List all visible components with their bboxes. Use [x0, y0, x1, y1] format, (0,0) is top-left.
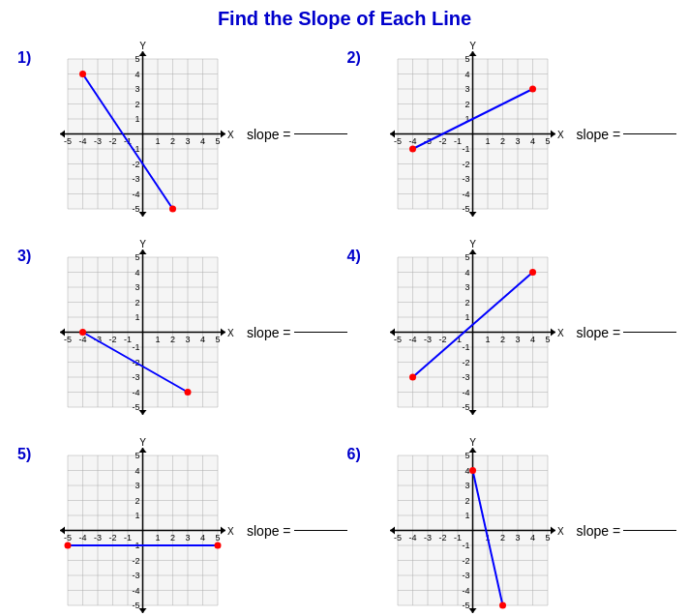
problems-grid: 1)slope =2)slope =3)slope =4)slope =5)sl… — [8, 40, 681, 616]
problem-2: 2)slope = — [347, 40, 677, 228]
page-title: Find the Slope of Each Line — [8, 8, 681, 30]
graph-4 — [378, 238, 567, 426]
problem-3: 3)slope = — [17, 238, 347, 426]
slope-label-4: slope = — [577, 325, 677, 340]
canvas-1 — [48, 40, 237, 228]
problem-5: 5)slope = — [17, 436, 347, 616]
problem-1: 1)slope = — [17, 40, 347, 228]
slope-label-1: slope = — [247, 127, 347, 142]
canvas-5 — [48, 436, 237, 616]
problem-number-3: 3) — [17, 238, 39, 265]
canvas-2 — [378, 40, 567, 228]
graph-6 — [378, 436, 567, 616]
graph-1 — [48, 40, 237, 228]
canvas-4 — [378, 238, 567, 426]
problem-number-5: 5) — [17, 436, 39, 463]
slope-label-5: slope = — [247, 523, 347, 539]
slope-label-2: slope = — [577, 127, 677, 142]
problem-number-1: 1) — [17, 40, 39, 67]
graph-5 — [48, 436, 237, 616]
graph-2 — [378, 40, 567, 228]
slope-label-3: slope = — [247, 325, 347, 340]
slope-label-6: slope = — [577, 523, 677, 539]
canvas-3 — [48, 238, 237, 426]
graph-3 — [48, 238, 237, 426]
problem-number-4: 4) — [347, 238, 369, 265]
canvas-6 — [378, 436, 567, 616]
problem-number-6: 6) — [347, 436, 369, 463]
problem-number-2: 2) — [347, 40, 369, 67]
problem-4: 4)slope = — [347, 238, 677, 426]
problem-6: 6)slope = — [347, 436, 677, 616]
